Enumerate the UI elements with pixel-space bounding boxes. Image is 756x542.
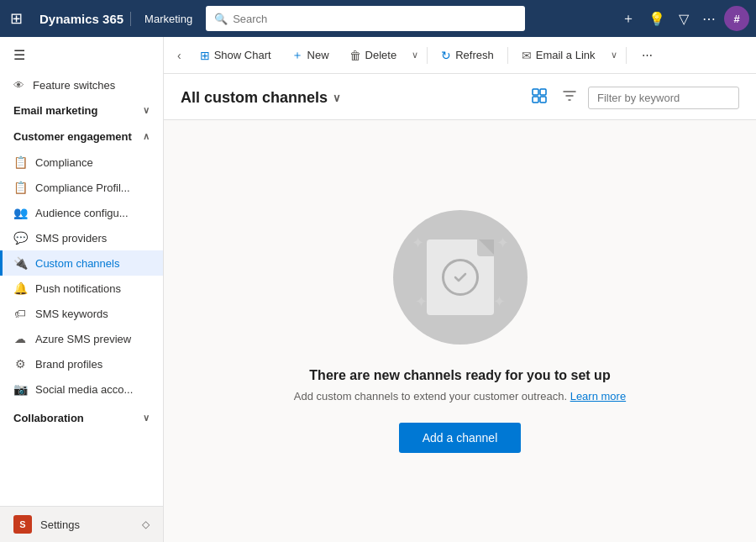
document-icon — [427, 239, 494, 315]
empty-subtitle-text: Add custom channels to extend your custo… — [294, 390, 567, 403]
email-marketing-header[interactable]: Email marketing ∨ — [0, 97, 163, 124]
email-icon: ✉ — [522, 49, 532, 62]
svg-rect-0 — [533, 89, 538, 95]
customer-engagement-header[interactable]: Customer engagement ∧ — [0, 124, 163, 150]
funnel-icon — [562, 88, 577, 103]
toolbar-separator-3 — [626, 47, 627, 64]
compliance-profiles-label: Compliance Profil... — [35, 182, 130, 194]
email-marketing-chevron: ∨ — [143, 105, 150, 116]
new-label: New — [307, 49, 329, 61]
sidebar-item-sms-keywords[interactable]: 🏷 SMS keywords — [0, 301, 163, 326]
sidebar: ☰ 👁 Feature switches Email marketing ∨ C… — [0, 37, 164, 542]
sparkle-bottom-right: ✦ — [493, 292, 506, 311]
sidebar-item-compliance[interactable]: 📋 Compliance — [0, 150, 163, 175]
toolbar-separator-1 — [427, 47, 428, 64]
email-link-chevron[interactable]: ∨ — [607, 45, 621, 65]
grid-icon[interactable]: ⊞ — [7, 6, 26, 31]
sms-providers-label: SMS providers — [35, 232, 107, 245]
sidebar-item-social-media[interactable]: 📷 Social media acco... — [0, 376, 163, 402]
new-button[interactable]: ＋ New — [283, 44, 338, 67]
compliance-icon: 📋 — [13, 155, 27, 169]
search-input[interactable] — [233, 13, 517, 25]
sidebar-item-audience-config[interactable]: 👥 Audience configu... — [0, 200, 163, 225]
lightbulb-icon[interactable]: 💡 — [643, 6, 670, 32]
hamburger-icon: ☰ — [13, 48, 25, 62]
show-chart-button[interactable]: ⊞ Show Chart — [192, 45, 280, 66]
sidebar-item-brand-profiles[interactable]: ⚙ Brand profiles — [0, 351, 163, 376]
customer-engagement-label: Customer engagement — [13, 130, 132, 143]
learn-more-link[interactable]: Learn more — [570, 390, 626, 403]
avatar[interactable]: # — [724, 6, 749, 31]
azure-sms-label: Azure SMS preview — [35, 333, 131, 345]
brand-profiles-label: Brand profiles — [35, 358, 102, 371]
sparkle-top-left: ✦ — [412, 234, 424, 252]
sms-keywords-label: SMS keywords — [35, 308, 108, 320]
push-icon: 🔔 — [13, 282, 27, 295]
empty-illustration: ✦ ✦ ✦ ✦ — [393, 210, 528, 345]
refresh-icon: ↻ — [441, 49, 451, 62]
content-area: ‹ ⊞ Show Chart ＋ New 🗑 Delete ∨ ↻ Refres… — [164, 37, 756, 542]
sidebar-item-custom-channels[interactable]: 🔌 Custom channels — [0, 250, 163, 276]
settings-label: Settings — [40, 518, 80, 531]
sidebar-item-sms-providers[interactable]: 💬 SMS providers — [0, 225, 163, 250]
empty-title: There are new channels ready for you to … — [309, 368, 610, 383]
refresh-button[interactable]: ↻ Refresh — [433, 45, 502, 66]
nav-actions: ＋ 💡 ▽ ⋯ # — [617, 5, 749, 33]
email-marketing-label: Email marketing — [13, 104, 97, 117]
back-button[interactable]: ‹ — [171, 45, 188, 66]
sidebar-item-compliance-profiles[interactable]: 📋 Compliance Profil... — [0, 175, 163, 200]
compliance-profiles-icon: 📋 — [13, 181, 27, 194]
filter-view-button[interactable] — [558, 84, 581, 111]
search-box[interactable]: 🔍 — [206, 6, 525, 31]
checkmark-icon — [451, 268, 470, 287]
view-actions — [528, 84, 739, 111]
hamburger-menu[interactable]: ☰ — [0, 37, 163, 73]
empty-subtitle: Add custom channels to extend your custo… — [294, 390, 626, 403]
doc-corner — [479, 239, 494, 255]
empty-state: ✦ ✦ ✦ ✦ There are new channels ready for… — [164, 120, 756, 542]
brand-icon: ⚙ — [13, 357, 27, 371]
sparkle-bottom-left: ✦ — [415, 292, 428, 311]
new-plus-icon: ＋ — [291, 48, 303, 63]
add-icon[interactable]: ＋ — [617, 5, 640, 33]
delete-chevron[interactable]: ∨ — [408, 45, 422, 65]
toolbar: ‹ ⊞ Show Chart ＋ New 🗑 Delete ∨ ↻ Refres… — [164, 37, 756, 74]
email-link-button[interactable]: ✉ Email a Link — [513, 45, 604, 66]
feature-switches-label: Feature switches — [33, 79, 115, 92]
filter-icon[interactable]: ▽ — [674, 6, 694, 32]
sms-providers-icon: 💬 — [13, 231, 27, 245]
view-header: All custom channels ∨ — [164, 74, 756, 120]
more-commands-button[interactable]: ⋯ — [633, 45, 661, 66]
sidebar-item-settings[interactable]: S Settings ◇ — [0, 507, 163, 542]
sidebar-item-azure-sms[interactable]: ☁ Azure SMS preview — [0, 326, 163, 351]
view-toggle-button[interactable] — [528, 84, 551, 111]
sidebar-item-feature-switches[interactable]: 👁 Feature switches — [0, 73, 163, 97]
push-notifications-label: Push notifications — [35, 282, 121, 295]
compliance-label: Compliance — [35, 156, 93, 169]
email-link-label: Email a Link — [536, 49, 596, 61]
sparkle-top-right: ✦ — [496, 234, 509, 252]
columns-icon — [532, 88, 547, 103]
custom-channels-icon: 🔌 — [13, 256, 27, 270]
custom-channels-label: Custom channels — [35, 257, 119, 270]
delete-button[interactable]: 🗑 Delete — [341, 45, 406, 66]
eye-icon: 👁 — [13, 79, 24, 92]
collaboration-header[interactable]: Collaboration ∨ — [0, 405, 163, 431]
trash-icon: 🗑 — [349, 49, 361, 62]
sidebar-item-push-notifications[interactable]: 🔔 Push notifications — [0, 276, 163, 301]
social-media-label: Social media acco... — [35, 383, 133, 396]
keyword-filter-input[interactable] — [588, 87, 739, 109]
sidebar-bottom: S Settings ◇ — [0, 506, 163, 542]
top-navigation: ⊞ Dynamics 365 Marketing 🔍 ＋ 💡 ▽ ⋯ # — [0, 0, 756, 37]
collaboration-chevron: ∨ — [143, 413, 150, 424]
view-title[interactable]: All custom channels ∨ — [181, 89, 341, 107]
more-options-icon[interactable]: ⋯ — [697, 6, 721, 32]
toolbar-separator-2 — [507, 47, 508, 64]
check-circle — [442, 259, 479, 296]
add-channel-button[interactable]: Add a channel — [399, 423, 522, 453]
collaboration-label: Collaboration — [13, 412, 84, 424]
app-title: Dynamics 365 — [33, 12, 131, 26]
customer-engagement-chevron: ∧ — [143, 131, 150, 142]
more-commands-icon: ⋯ — [642, 49, 653, 61]
azure-icon: ☁ — [13, 332, 27, 345]
